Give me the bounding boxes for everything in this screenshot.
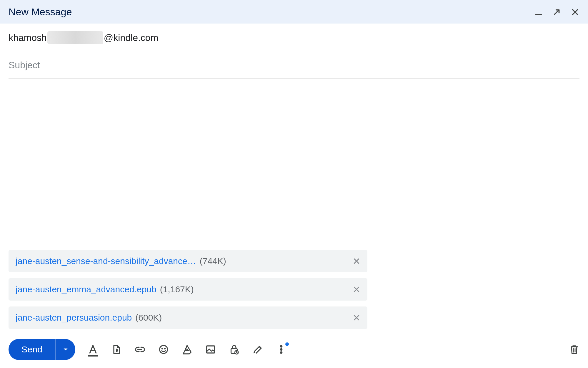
insert-photo-icon[interactable]	[205, 344, 216, 355]
remove-attachment-icon[interactable]	[353, 286, 360, 293]
attachment-filesize: (1,167K)	[160, 284, 194, 294]
emoji-icon[interactable]	[158, 344, 169, 355]
send-button-group: Send	[9, 339, 75, 360]
attachment-filesize: (744K)	[200, 256, 226, 266]
attachment-item[interactable]: jane-austen_sense-and-sensibility_advanc…	[9, 250, 367, 272]
header-actions	[534, 8, 579, 16]
insert-link-icon[interactable]	[135, 344, 145, 355]
close-icon[interactable]	[571, 8, 579, 16]
formatting-icon[interactable]	[88, 344, 98, 355]
remove-attachment-icon[interactable]	[353, 257, 360, 265]
insert-signature-icon[interactable]	[252, 344, 263, 355]
recipient-suffix: @kindle.com	[104, 32, 158, 43]
compose-title: New Message	[9, 6, 72, 18]
attachment-filename: jane-austen_emma_advanced.epub	[16, 284, 156, 294]
attachment-item[interactable]: jane-austen_persuasion.epub (600K)	[9, 306, 367, 329]
notification-dot-icon	[285, 342, 289, 346]
drive-icon[interactable]	[182, 344, 192, 355]
subject-placeholder: Subject	[9, 60, 40, 71]
send-options-button[interactable]	[55, 339, 75, 360]
svg-rect-4	[207, 346, 215, 353]
svg-point-8	[280, 348, 282, 350]
minimize-icon[interactable]	[534, 8, 543, 16]
svg-point-3	[164, 348, 166, 349]
attachment-filename: jane-austen_persuasion.epub	[16, 313, 132, 323]
discard-draft-icon[interactable]	[569, 344, 579, 355]
more-options-icon[interactable]	[276, 344, 286, 355]
remove-attachment-icon[interactable]	[353, 314, 360, 321]
attachment-item[interactable]: jane-austen_emma_advanced.epub (1,167K)	[9, 278, 367, 301]
recipient-chip: khamosh @kindle.com	[9, 31, 158, 44]
attachment-filename: jane-austen_sense-and-sensibility_advanc…	[16, 256, 196, 266]
compose-window: New Message khamosh @kindle.com Subject	[0, 0, 588, 368]
recipient-prefix: khamosh	[9, 32, 47, 43]
compose-toolbar: Send	[0, 338, 588, 368]
to-field[interactable]: khamosh @kindle.com	[9, 24, 579, 52]
formatting-toolbar	[88, 344, 286, 355]
attach-file-icon[interactable]	[111, 344, 122, 355]
subject-field[interactable]: Subject	[9, 52, 579, 79]
compose-body[interactable]: jane-austen_sense-and-sensibility_advanc…	[0, 79, 588, 338]
confidential-mode-icon[interactable]	[229, 344, 239, 355]
svg-point-1	[160, 346, 168, 354]
redacted-block	[47, 31, 103, 44]
attachments-list: jane-austen_sense-and-sensibility_advanc…	[9, 250, 367, 338]
attachment-filesize: (600K)	[135, 313, 162, 323]
popout-icon[interactable]	[552, 8, 561, 16]
send-button[interactable]: Send	[9, 339, 55, 360]
svg-point-7	[280, 345, 282, 347]
compose-header: New Message	[0, 0, 588, 24]
compose-fields: khamosh @kindle.com Subject	[0, 24, 588, 79]
svg-point-2	[162, 348, 163, 349]
svg-point-9	[280, 352, 282, 354]
